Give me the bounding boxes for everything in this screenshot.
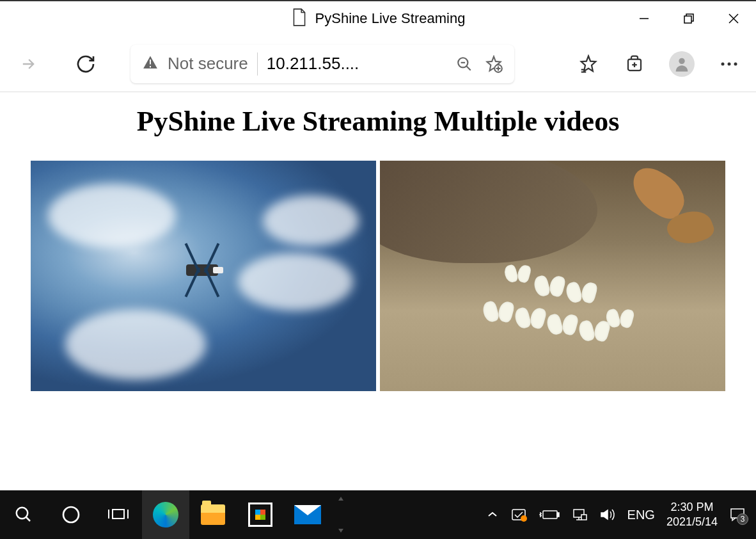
page-heading: PyShine Live Streaming Multiple videos: [0, 105, 756, 138]
windows-taskbar: ENG 2:30 PM 2021/5/14 3: [0, 490, 756, 539]
svg-rect-28: [557, 513, 559, 517]
video-grid: [0, 161, 756, 391]
satellite-graphic: [186, 264, 218, 276]
close-button[interactable]: [711, 1, 756, 36]
favorites-icon[interactable]: [577, 52, 600, 76]
search-button[interactable]: [0, 490, 47, 539]
store-taskbar-icon[interactable]: [237, 490, 284, 539]
edge-taskbar-icon[interactable]: [142, 490, 189, 539]
svg-rect-1: [684, 16, 691, 23]
svg-line-5: [466, 66, 471, 70]
battery-icon[interactable]: [539, 508, 560, 521]
collections-icon[interactable]: [623, 52, 646, 76]
svg-line-20: [26, 517, 30, 521]
window-titlebar: PyShine Live Streaming: [0, 0, 756, 36]
task-view-button[interactable]: [95, 490, 142, 539]
svg-point-15: [679, 58, 684, 63]
svg-point-17: [728, 62, 731, 65]
menu-icon[interactable]: [718, 52, 741, 76]
minimize-button[interactable]: [622, 1, 666, 36]
favorite-add-icon[interactable]: [484, 54, 504, 74]
tray-chevron-icon[interactable]: [487, 511, 498, 519]
svg-point-19: [17, 508, 28, 519]
mail-taskbar-icon[interactable]: [284, 490, 331, 539]
explorer-taskbar-icon[interactable]: [189, 490, 237, 539]
window-title: PyShine Live Streaming: [315, 10, 466, 27]
action-center-icon[interactable]: 3: [729, 507, 746, 522]
page-icon: [291, 8, 308, 29]
taskbar-scroll[interactable]: [331, 490, 350, 539]
date-text: 2021/5/14: [666, 515, 718, 529]
maximize-button[interactable]: [666, 1, 711, 36]
video-stream-2: [380, 161, 725, 391]
time-text: 2:30 PM: [666, 500, 718, 515]
svg-point-26: [521, 515, 527, 522]
svg-point-16: [721, 62, 725, 65]
svg-point-18: [734, 62, 737, 65]
network-icon[interactable]: [571, 507, 588, 522]
forward-button[interactable]: [15, 51, 41, 77]
cortana-button[interactable]: [47, 490, 95, 539]
language-indicator[interactable]: ENG: [627, 508, 655, 522]
divider: [257, 52, 258, 76]
svg-rect-32: [581, 515, 587, 520]
volume-icon[interactable]: [599, 507, 616, 522]
browser-toolbar: Not secure 10.211.55....: [0, 36, 756, 92]
svg-point-21: [63, 507, 79, 522]
onedrive-icon[interactable]: [510, 507, 528, 522]
url-text[interactable]: 10.211.55....: [267, 54, 445, 74]
warning-icon: [141, 53, 160, 75]
notification-count: 3: [737, 513, 748, 525]
profile-avatar[interactable]: [669, 51, 695, 77]
svg-rect-22: [113, 510, 124, 519]
video-stream-1: [31, 161, 376, 391]
zoom-out-icon[interactable]: [454, 54, 475, 74]
svg-rect-27: [543, 511, 557, 519]
refresh-button[interactable]: [73, 51, 98, 77]
security-status: Not secure: [168, 54, 248, 74]
address-bar[interactable]: Not secure 10.211.55....: [130, 45, 514, 83]
clock[interactable]: 2:30 PM 2021/5/14: [666, 500, 718, 530]
page-content: PyShine Live Streaming Multiple videos: [0, 92, 756, 404]
